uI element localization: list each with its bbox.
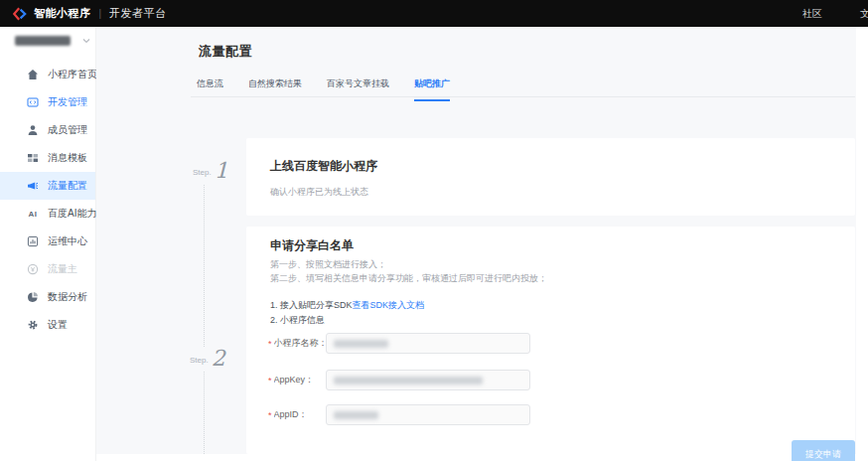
sidebar-item-data-analysis[interactable]: 数据分析 bbox=[0, 283, 95, 311]
masked-value bbox=[334, 377, 483, 384]
step-word: Step. bbox=[193, 168, 212, 177]
sidebar-item-label: 开发管理 bbox=[48, 95, 87, 109]
masked-value bbox=[334, 340, 388, 348]
form-row-miniprogram-name: * 小程序名称： bbox=[268, 333, 530, 354]
app-window: 智能小程序 | 开发者平台 社区 文 小程序首页 开发管理 bbox=[0, 0, 868, 461]
gear-icon bbox=[27, 319, 39, 331]
right-gutter bbox=[856, 27, 868, 461]
sidebar-item-label: 数据分析 bbox=[48, 290, 87, 304]
ai-icon: AI bbox=[27, 208, 39, 220]
list-item: 1. 接入贴吧分享SDK查看SDK接入文档 bbox=[270, 299, 424, 312]
sidebar-item-home[interactable]: 小程序首页 bbox=[0, 61, 95, 88]
instruction-line: 第二步、填写相关信息申请分享功能，审核通过后即可进行吧内投放； bbox=[270, 272, 547, 285]
tab-feed[interactable]: 信息流 bbox=[197, 77, 223, 101]
sdk-doc-link[interactable]: 查看SDK接入文档 bbox=[353, 300, 425, 310]
list-item: 2. 小程序信息 bbox=[270, 314, 325, 327]
baidu-smartprogram-logo-icon bbox=[13, 7, 27, 21]
step-1-label: Step. 1 bbox=[189, 159, 232, 183]
step-number: 2 bbox=[212, 349, 225, 369]
sidebar-item-dev-management[interactable]: 开发管理 bbox=[0, 88, 95, 116]
page-title: 流量配置 bbox=[199, 43, 252, 61]
chevron-down-icon bbox=[82, 37, 90, 45]
megaphone-icon bbox=[27, 180, 39, 192]
sidebar-item-baidu-ai[interactable]: AI 百度AI能力 bbox=[0, 200, 95, 228]
sidebar-item-label: 成员管理 bbox=[48, 123, 87, 137]
sidebar-item-message-template[interactable]: 消息模板 bbox=[0, 144, 95, 172]
tab-tieba-promotion[interactable]: 贴吧推广 bbox=[414, 77, 450, 101]
sidebar-item-member-management[interactable]: 成员管理 bbox=[0, 116, 95, 144]
required-marker: * bbox=[268, 410, 272, 420]
tab-bar: 信息流 自然搜索结果 百家号文章挂载 贴吧推广 bbox=[197, 77, 450, 101]
sidebar-item-label: 流量配置 bbox=[48, 179, 87, 193]
sidebar-item-traffic-owner[interactable]: 流量主 bbox=[0, 255, 95, 283]
main-content: 流量配置 信息流 自然搜索结果 百家号文章挂载 贴吧推广 Step. 1 上线百… bbox=[96, 27, 868, 461]
sidebar-item-ops-center[interactable]: 运维中心 bbox=[0, 228, 95, 255]
sidebar-item-label: 运维中心 bbox=[48, 234, 87, 248]
miniprogram-name-input[interactable] bbox=[326, 333, 530, 354]
step-word: Step. bbox=[190, 356, 209, 365]
sidebar-item-label: 设置 bbox=[48, 318, 68, 332]
bottom-gutter bbox=[96, 454, 856, 461]
tab-baijiahao-article[interactable]: 百家号文章挂载 bbox=[327, 77, 389, 101]
platform-name: 开发者平台 bbox=[109, 6, 167, 21]
form-row-appid: * AppID： bbox=[268, 404, 530, 425]
step-2-card: 申请分享白名单 第一步、按照文档进行接入； 第二步、填写相关信息申请分享功能，审… bbox=[246, 227, 855, 454]
required-marker: * bbox=[268, 376, 272, 385]
step-2-label: Step. 2 bbox=[186, 347, 229, 371]
community-link[interactable]: 社区 bbox=[802, 0, 822, 27]
field-label: AppKey： bbox=[274, 374, 326, 386]
tab-bar-divider bbox=[191, 96, 855, 97]
masked-value bbox=[334, 411, 378, 419]
sidebar-item-label: 消息模板 bbox=[48, 151, 87, 165]
field-label: 小程序名称： bbox=[274, 337, 326, 350]
app-name-masked bbox=[15, 36, 71, 46]
product-name: 智能小程序 bbox=[34, 6, 91, 21]
home-icon bbox=[27, 69, 39, 80]
topbar: 智能小程序 | 开发者平台 社区 文 bbox=[0, 0, 868, 27]
step-2-title: 申请分享白名单 bbox=[270, 237, 354, 254]
docs-link[interactable]: 文 bbox=[860, 0, 868, 27]
list-item-text: 1. 接入贴吧分享SDK bbox=[270, 300, 353, 310]
sidebar-item-label: 小程序首页 bbox=[48, 68, 97, 81]
traffic-owner-icon bbox=[27, 263, 39, 275]
step-connector-line bbox=[204, 185, 205, 454]
step-1-description: 确认小程序已为线上状态 bbox=[270, 186, 368, 199]
instruction-line: 第一步、按照文档进行接入； bbox=[270, 258, 386, 271]
step-number: 1 bbox=[215, 161, 228, 181]
list-item-text: 2. 小程序信息 bbox=[270, 315, 325, 325]
sidebar-item-traffic-config[interactable]: 流量配置 bbox=[0, 172, 95, 200]
sidebar-item-settings[interactable]: 设置 bbox=[0, 311, 95, 339]
topbar-divider: | bbox=[99, 8, 102, 19]
sidebar: 小程序首页 开发管理 成员管理 消息模板 bbox=[0, 27, 96, 461]
step-1-title: 上线百度智能小程序 bbox=[270, 158, 377, 175]
step-1-card: 上线百度智能小程序 确认小程序已为线上状态 bbox=[246, 138, 855, 216]
template-icon bbox=[27, 152, 39, 164]
appid-input[interactable] bbox=[326, 404, 530, 425]
ops-icon bbox=[27, 235, 39, 247]
form-row-appkey: * AppKey： bbox=[268, 370, 530, 390]
pie-chart-icon bbox=[27, 291, 39, 303]
appkey-input[interactable] bbox=[326, 370, 530, 390]
app-selector[interactable] bbox=[0, 27, 95, 57]
sidebar-item-label: 百度AI能力 bbox=[48, 207, 96, 221]
sidebar-menu: 小程序首页 开发管理 成员管理 消息模板 bbox=[0, 57, 95, 339]
code-icon bbox=[27, 96, 39, 108]
member-icon bbox=[27, 124, 39, 136]
tab-natural-search[interactable]: 自然搜索结果 bbox=[248, 77, 302, 101]
required-marker: * bbox=[268, 339, 272, 349]
field-label: AppID： bbox=[274, 408, 326, 421]
sidebar-item-label: 流量主 bbox=[48, 262, 77, 276]
submit-application-button[interactable]: 提交申请 bbox=[792, 440, 855, 461]
